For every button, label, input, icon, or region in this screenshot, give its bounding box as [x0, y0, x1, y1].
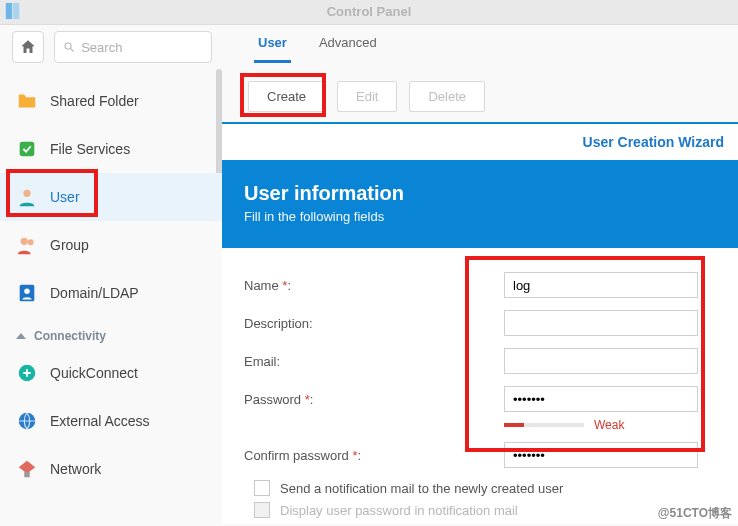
name-input[interactable] — [504, 272, 698, 298]
network-icon — [16, 458, 38, 480]
display-password-checkbox-row: Display user password in notification ma… — [254, 502, 716, 518]
svg-rect-12 — [24, 472, 30, 478]
globe-icon — [16, 410, 38, 432]
description-input[interactable] — [504, 310, 698, 336]
sidebar-item-quickconnect[interactable]: QuickConnect — [0, 349, 222, 397]
sidebar-item-network[interactable]: Network — [0, 445, 222, 493]
svg-point-7 — [28, 239, 34, 245]
svg-point-2 — [65, 43, 71, 49]
window-titlebar: Control Panel — [0, 0, 738, 25]
name-label: Name *: — [244, 278, 504, 293]
sidebar-item-label: Group — [50, 237, 89, 253]
sidebar-item-label: Domain/LDAP — [50, 285, 139, 301]
chevron-up-icon — [16, 333, 26, 339]
sidebar-item-label: External Access — [50, 413, 150, 429]
sidebar-item-file-services[interactable]: File Services — [0, 125, 222, 173]
wizard-title-bar: User Creation Wizard — [222, 122, 738, 160]
folder-icon — [16, 90, 38, 112]
sidebar-item-external-access[interactable]: External Access — [0, 397, 222, 445]
confirm-password-input[interactable] — [504, 442, 698, 468]
wizard-header: User information Fill in the following f… — [222, 160, 738, 248]
sidebar-section-label: Connectivity — [34, 329, 106, 343]
svg-rect-1 — [13, 3, 19, 19]
sidebar-item-domain-ldap[interactable]: Domain/LDAP — [0, 269, 222, 317]
sidebar-section-connectivity[interactable]: Connectivity — [0, 317, 222, 349]
delete-button[interactable]: Delete — [409, 81, 485, 112]
checkbox — [254, 502, 270, 518]
app-icon — [4, 2, 22, 20]
wizard-heading: User information — [244, 182, 716, 205]
tab-user[interactable]: User — [254, 31, 291, 63]
directory-icon — [16, 282, 38, 304]
svg-line-3 — [71, 49, 74, 52]
wizard-form: Name *: Description: Email: Password *: — [222, 248, 738, 524]
wizard-subheading: Fill in the following fields — [244, 209, 716, 224]
user-icon — [16, 186, 38, 208]
group-icon — [16, 234, 38, 256]
file-services-icon — [16, 138, 38, 160]
sidebar-item-label: QuickConnect — [50, 365, 138, 381]
sidebar-item-group[interactable]: Group — [0, 221, 222, 269]
user-creation-wizard: User Creation Wizard User information Fi… — [222, 122, 738, 524]
create-button[interactable]: Create — [248, 81, 325, 112]
description-label: Description: — [244, 316, 504, 331]
svg-point-9 — [24, 288, 30, 294]
confirm-password-label: Confirm password *: — [244, 448, 504, 463]
svg-rect-4 — [20, 142, 35, 157]
sidebar-item-label: User — [50, 189, 80, 205]
notify-label: Send a notification mail to the newly cr… — [280, 481, 563, 496]
main-panel: Create Edit Delete User Creation Wizard … — [222, 69, 738, 524]
sidebar-item-label: Network — [50, 461, 101, 477]
edit-button[interactable]: Edit — [337, 81, 397, 112]
tab-advanced[interactable]: Advanced — [315, 31, 381, 63]
search-input[interactable] — [81, 40, 203, 55]
strength-label: Weak — [594, 418, 624, 432]
svg-rect-0 — [6, 3, 12, 19]
sidebar: Shared Folder File Services User Group D… — [0, 69, 222, 524]
password-strength: Weak — [504, 418, 716, 432]
sidebar-item-user[interactable]: User — [0, 173, 222, 221]
password-label: Password *: — [244, 392, 504, 407]
checkbox[interactable] — [254, 480, 270, 496]
sidebar-item-shared-folder[interactable]: Shared Folder — [0, 77, 222, 125]
watermark: @51CTO博客 — [658, 505, 732, 522]
search-icon — [63, 40, 75, 54]
notify-checkbox-row[interactable]: Send a notification mail to the newly cr… — [254, 480, 716, 496]
sidebar-item-label: File Services — [50, 141, 130, 157]
svg-point-5 — [23, 190, 30, 197]
password-input[interactable] — [504, 386, 698, 412]
toolbar: Create Edit Delete — [222, 69, 738, 122]
window-title: Control Panel — [327, 4, 412, 19]
svg-point-6 — [21, 238, 28, 245]
home-button[interactable] — [12, 31, 44, 63]
quickconnect-icon — [16, 362, 38, 384]
strength-bar — [504, 423, 584, 427]
email-input[interactable] — [504, 348, 698, 374]
home-icon — [19, 38, 37, 56]
sidebar-item-label: Shared Folder — [50, 93, 139, 109]
search-box[interactable] — [54, 31, 212, 63]
email-label: Email: — [244, 354, 504, 369]
display-password-label: Display user password in notification ma… — [280, 503, 518, 518]
